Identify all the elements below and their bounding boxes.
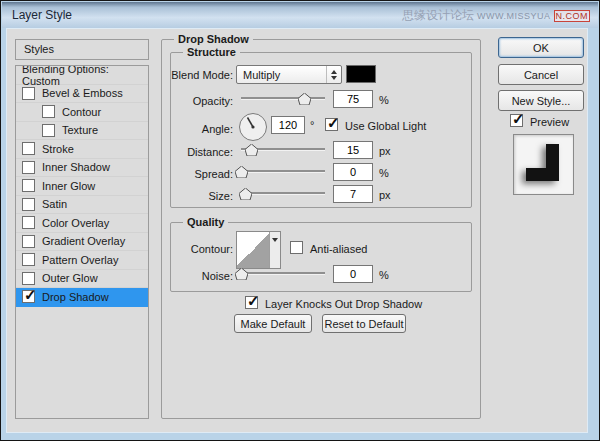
noise-input[interactable]: [333, 265, 373, 283]
size-unit: px: [379, 189, 391, 201]
styles-header: Styles: [15, 39, 149, 60]
sidebar-item-outer-glow[interactable]: Outer Glow: [16, 270, 148, 289]
reset-to-default-button[interactable]: Reset to Default: [322, 314, 406, 333]
spread-label: Spread:: [171, 168, 233, 180]
shadow-color-swatch[interactable]: [346, 65, 376, 83]
slider-thumb[interactable]: [298, 93, 311, 105]
watermark-highlight-box: N.COM: [554, 10, 591, 22]
noise-slider[interactable]: [241, 267, 325, 281]
contour-thumbnail: [237, 232, 270, 268]
texture-checkbox[interactable]: [42, 124, 55, 137]
color-overlay-checkbox[interactable]: [22, 216, 35, 229]
sidebar-item-label: Satin: [42, 198, 67, 210]
opacity-unit: %: [379, 94, 389, 106]
sidebar-item-contour[interactable]: Contour: [16, 103, 148, 122]
titlebar[interactable]: Layer Style 思缘设计论坛 WWW.MISSYUA N.COM: [2, 2, 598, 28]
blend-mode-label: Blend Mode:: [171, 69, 233, 81]
slider-thumb[interactable]: [239, 188, 252, 200]
sidebar-item-label: Blending Options: Custom: [22, 65, 148, 87]
anti-aliased-checkbox[interactable]: [290, 241, 303, 254]
sidebar-item-label: Contour: [62, 106, 101, 118]
structure-group: Structure Blend Mode: Multiply Opacity: …: [170, 52, 472, 208]
sidebar-item-label: Inner Glow: [42, 180, 95, 192]
anti-aliased-label: Anti-aliased: [310, 243, 367, 255]
sidebar-item-pattern-overlay[interactable]: Pattern Overlay: [16, 251, 148, 270]
sidebar-item-texture[interactable]: Texture: [16, 122, 148, 141]
sidebar-item-blending-options[interactable]: Blending Options: Custom: [16, 66, 148, 85]
quality-group: Quality Contour: Anti-aliased Noise: %: [170, 222, 472, 292]
sidebar-item-label: Gradient Overlay: [42, 235, 125, 247]
dialog-body: Styles Blending Options: Custom Bevel & …: [7, 29, 587, 432]
opacity-slider[interactable]: [241, 92, 325, 106]
spread-slider[interactable]: [241, 165, 325, 179]
slider-thumb[interactable]: [245, 144, 258, 156]
watermark-cn-text: 思缘设计论坛: [402, 7, 474, 24]
sidebar-item-bevel-emboss[interactable]: Bevel & Emboss: [16, 85, 148, 104]
watermark: 思缘设计论坛 WWW.MISSYUA N.COM: [402, 7, 590, 24]
sidebar-item-label: Stroke: [42, 143, 74, 155]
sidebar-item-drop-shadow[interactable]: Drop Shadow: [16, 288, 148, 307]
distance-label: Distance:: [171, 146, 233, 158]
distance-unit: px: [379, 145, 391, 157]
stroke-checkbox[interactable]: [22, 142, 35, 155]
outer-glow-checkbox[interactable]: [22, 272, 35, 285]
contour-label: Contour:: [171, 243, 233, 255]
sidebar-item-label: Bevel & Emboss: [42, 87, 123, 99]
layer-knockout-checkbox[interactable]: [245, 296, 258, 309]
cancel-button[interactable]: Cancel: [498, 64, 584, 85]
drop-shadow-panel: Drop Shadow Structure Blend Mode: Multip…: [161, 39, 481, 419]
sidebar-item-inner-glow[interactable]: Inner Glow: [16, 177, 148, 196]
sidebar-item-label: Color Overlay: [42, 217, 109, 229]
structure-legend: Structure: [183, 46, 240, 58]
new-style-button[interactable]: New Style...: [498, 90, 584, 111]
size-input[interactable]: [333, 185, 373, 203]
inner-glow-checkbox[interactable]: [22, 179, 35, 192]
drop-shadow-checkbox[interactable]: [22, 290, 35, 303]
preview-lshape-graphic: [526, 144, 559, 181]
inner-shadow-checkbox[interactable]: [22, 161, 35, 174]
sidebar-item-gradient-overlay[interactable]: Gradient Overlay: [16, 233, 148, 252]
opacity-label: Opacity:: [171, 95, 233, 107]
opacity-input[interactable]: [333, 90, 373, 108]
preview-checkbox[interactable]: [510, 114, 523, 127]
size-label: Size:: [171, 190, 233, 202]
pattern-overlay-checkbox[interactable]: [22, 253, 35, 266]
styles-list: Blending Options: Custom Bevel & Emboss …: [15, 65, 149, 419]
spread-input[interactable]: [333, 163, 373, 181]
distance-input[interactable]: [333, 141, 373, 159]
noise-label: Noise:: [171, 270, 233, 282]
sidebar-item-inner-shadow[interactable]: Inner Shadow: [16, 159, 148, 178]
use-global-light-checkbox[interactable]: [325, 118, 338, 131]
sidebar-item-label: Drop Shadow: [42, 291, 109, 303]
spread-unit: %: [379, 167, 389, 179]
use-global-light-label: Use Global Light: [345, 120, 426, 132]
angle-input[interactable]: [271, 116, 305, 134]
dialog-title: Layer Style: [12, 8, 72, 22]
slider-thumb[interactable]: [235, 166, 248, 178]
sidebar-item-label: Outer Glow: [42, 272, 98, 284]
contour-picker[interactable]: [236, 231, 281, 269]
distance-slider[interactable]: [241, 143, 325, 157]
angle-dial[interactable]: [238, 112, 268, 142]
blend-mode-select[interactable]: Multiply: [236, 65, 342, 84]
panel-title: Drop Shadow: [174, 33, 253, 45]
sidebar-item-label: Texture: [62, 124, 98, 136]
noise-unit: %: [379, 269, 389, 281]
sidebar-item-color-overlay[interactable]: Color Overlay: [16, 214, 148, 233]
satin-checkbox[interactable]: [22, 198, 35, 211]
make-default-button[interactable]: Make Default: [234, 314, 312, 333]
contour-checkbox[interactable]: [42, 105, 55, 118]
quality-legend: Quality: [183, 216, 228, 228]
angle-label: Angle:: [171, 123, 233, 135]
layer-knockout-label: Layer Knocks Out Drop Shadow: [265, 298, 422, 310]
size-slider[interactable]: [241, 187, 325, 201]
bevel-emboss-checkbox[interactable]: [22, 87, 35, 100]
sidebar-item-satin[interactable]: Satin: [16, 196, 148, 215]
gradient-overlay-checkbox[interactable]: [22, 235, 35, 248]
watermark-url-text: WWW.MISSYUA: [477, 11, 551, 21]
sidebar-item-stroke[interactable]: Stroke: [16, 140, 148, 159]
sidebar-item-label: Pattern Overlay: [42, 254, 118, 266]
slider-thumb[interactable]: [235, 268, 248, 280]
contour-dropdown-arrow-icon[interactable]: [270, 232, 280, 268]
ok-button[interactable]: OK: [498, 37, 584, 58]
